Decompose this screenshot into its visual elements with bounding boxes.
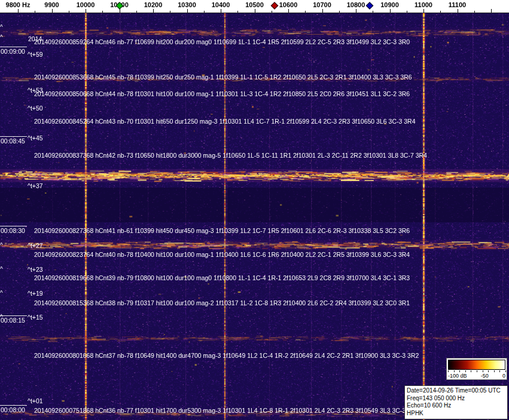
freq-tick: [204, 11, 205, 13]
meteor-spectrogram-window: 9800 Hz990010000101001020010300104001050…: [0, 0, 509, 420]
freq-tick-label: 10000: [77, 1, 95, 8]
freq-tick: [153, 9, 154, 13]
red-freq-marker-diamond-icon[interactable]: [271, 2, 279, 10]
freq-tick: [390, 9, 391, 13]
freq-tick: [373, 11, 373, 13]
colorbar-tick: [499, 370, 500, 372]
db-colorbar: -100 dB -50 0: [446, 358, 507, 380]
colorbar-ticks: [448, 370, 505, 373]
colorbar-tick: [465, 370, 466, 372]
freq-tick-label: 10200: [144, 1, 163, 8]
freq-tick: [322, 9, 323, 13]
freq-tick-label: 10400: [212, 1, 230, 8]
frequency-axis: 9800 Hz990010000101001020010300104001050…: [0, 0, 509, 13]
colorbar-label-min: -100 dB: [448, 373, 467, 379]
freq-tick: [305, 11, 306, 13]
info-frequency: Freq=143 050 000 Hz: [407, 395, 505, 403]
freq-tick-label: 9900: [44, 1, 59, 8]
freq-tick: [221, 9, 221, 13]
freq-tick: [18, 9, 19, 13]
freq-tick: [255, 9, 255, 13]
colorbar-tick: [488, 370, 489, 372]
freq-tick: [170, 11, 170, 13]
freq-tick: [339, 11, 340, 13]
colorbar-tick: [494, 370, 495, 372]
colorbar-tick: [483, 370, 483, 372]
freq-tick-label: 10300: [178, 1, 196, 8]
blue-freq-marker-diamond-icon[interactable]: [365, 2, 373, 10]
freq-tick-label: 11000: [414, 1, 432, 8]
colorbar-tick: [477, 370, 477, 372]
freq-tick: [237, 11, 238, 13]
freq-tick: [102, 11, 103, 13]
colorbar-tick: [459, 370, 460, 372]
freq-tick: [35, 11, 35, 13]
freq-tick: [423, 9, 424, 13]
status-info-box: Date=2014-09-26 Time=00:05 UTC Freq=143 …: [404, 385, 508, 419]
freq-tick: [474, 11, 475, 13]
freq-tick: [288, 9, 289, 13]
colorbar-tick: [454, 370, 455, 372]
freq-tick: [440, 11, 441, 13]
freq-tick: [407, 11, 407, 13]
freq-tick: [52, 9, 53, 13]
freq-tick-label: 10600: [279, 1, 298, 8]
colorbar-tick: [448, 370, 449, 372]
info-station-code: HPHK: [407, 410, 505, 418]
freq-tick-label: 10900: [380, 1, 399, 8]
freq-tick: [187, 9, 188, 13]
freq-tick-label: 9800 Hz: [6, 1, 31, 8]
info-echo-frequency: Echo=10 600 Hz: [407, 402, 505, 410]
freq-tick-label: 10700: [313, 1, 331, 8]
freq-tick: [491, 9, 492, 13]
colorbar-label-max: 0: [502, 373, 505, 379]
freq-tick: [458, 9, 458, 13]
freq-tick-label: 11100: [449, 1, 466, 8]
colorbar-tick: [471, 370, 471, 372]
freq-tick: [86, 9, 86, 13]
freq-tick: [136, 11, 137, 13]
info-date-time: Date=2014-09-26 Time=00:05 UTC: [407, 387, 505, 395]
freq-tick: [356, 9, 356, 13]
freq-tick: [272, 11, 272, 13]
spectrogram-canvas[interactable]: [0, 13, 509, 420]
colorbar-labels: -100 dB -50 0: [448, 373, 505, 379]
colorbar-label-mid: -50: [481, 373, 489, 379]
freq-tick: [69, 11, 69, 13]
freq-tick-label: 10500: [245, 1, 264, 8]
colorbar-tick: [505, 370, 506, 372]
freq-tick-label: 10800: [347, 1, 365, 8]
colorbar-gradient: [448, 360, 505, 370]
